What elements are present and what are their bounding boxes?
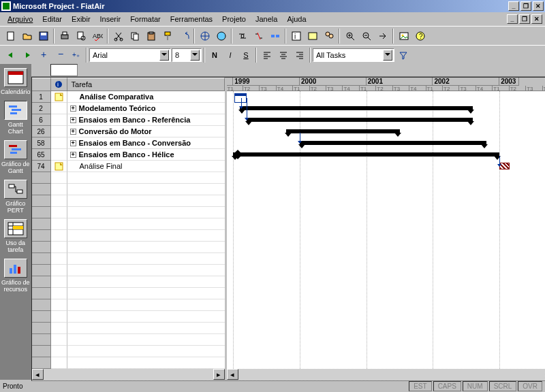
row-id[interactable] bbox=[32, 276, 51, 288]
row-id[interactable] bbox=[32, 218, 51, 230]
row-task-name[interactable] bbox=[67, 357, 225, 369]
row-task-name[interactable] bbox=[67, 346, 225, 357]
row-id[interactable] bbox=[32, 288, 51, 299]
row-id[interactable] bbox=[32, 346, 51, 357]
row-id[interactable] bbox=[32, 357, 51, 369]
gantt-summary-bar[interactable] bbox=[286, 129, 399, 133]
close-button[interactable]: ✕ bbox=[533, 1, 544, 11]
menu-ferramentas[interactable]: Ferramentas bbox=[166, 14, 217, 24]
doc-close-button[interactable]: ✕ bbox=[531, 14, 542, 24]
row-task-name[interactable] bbox=[67, 265, 225, 276]
row-task-name[interactable]: +Ensaios em Banco - Referência bbox=[67, 114, 225, 126]
spellcheck-button[interactable]: ABC bbox=[89, 29, 105, 44]
save-button[interactable] bbox=[35, 29, 51, 44]
view-task-usage-icon[interactable] bbox=[4, 219, 27, 238]
link-tasks-button[interactable] bbox=[234, 29, 250, 44]
scroll-right-button[interactable]: ▸ bbox=[213, 369, 225, 380]
maximize-button[interactable]: ❐ bbox=[520, 1, 531, 11]
scroll-left-button[interactable]: ◂ bbox=[32, 369, 44, 380]
row-id[interactable]: 26 bbox=[32, 126, 51, 137]
row-id[interactable] bbox=[32, 265, 51, 276]
gantt-summary-bar[interactable] bbox=[300, 141, 486, 145]
align-right-button[interactable] bbox=[292, 48, 307, 63]
view-gantt-icon[interactable] bbox=[4, 140, 27, 159]
expand-icon[interactable]: + bbox=[70, 129, 76, 135]
row-id[interactable] bbox=[32, 299, 51, 311]
autofilter-button[interactable] bbox=[395, 48, 411, 63]
row-task-name[interactable]: Análise Comparativa bbox=[67, 91, 225, 103]
print-preview-button[interactable] bbox=[73, 29, 89, 44]
assign-resources-button[interactable] bbox=[321, 29, 337, 44]
menu-projeto[interactable]: Projeto bbox=[217, 14, 251, 24]
copy-button[interactable] bbox=[127, 29, 142, 44]
view-resource-graph-icon[interactable] bbox=[4, 259, 27, 278]
font-name-combo[interactable]: Arial bbox=[89, 48, 171, 62]
insert-hyperlink-button[interactable] bbox=[197, 29, 213, 44]
menu-exibir[interactable]: Exibir bbox=[67, 14, 95, 24]
font-size-combo[interactable]: 8 bbox=[172, 48, 202, 62]
zoom-in-button[interactable] bbox=[342, 29, 358, 44]
row-id[interactable]: 1 bbox=[32, 91, 51, 103]
row-id[interactable] bbox=[32, 195, 51, 207]
row-id[interactable]: 58 bbox=[32, 137, 51, 149]
filter-combo[interactable]: All Tasks bbox=[313, 48, 394, 62]
expand-icon[interactable]: + bbox=[70, 105, 76, 112]
col-indicator-header[interactable]: i bbox=[51, 78, 67, 91]
doc-restore-button[interactable]: ❐ bbox=[519, 14, 530, 24]
row-id[interactable] bbox=[32, 311, 51, 323]
row-task-name[interactable] bbox=[67, 299, 225, 311]
row-id[interactable] bbox=[32, 184, 51, 195]
row-id[interactable] bbox=[32, 323, 51, 334]
row-task-name[interactable] bbox=[67, 323, 225, 334]
row-task-name[interactable] bbox=[67, 195, 225, 207]
cut-button[interactable] bbox=[110, 29, 126, 44]
show-all-button[interactable]: +₊ bbox=[68, 48, 84, 63]
row-id[interactable]: 6 bbox=[32, 114, 51, 126]
table-hscroll[interactable]: ◂ ▸ bbox=[32, 369, 225, 380]
row-task-name[interactable] bbox=[67, 288, 225, 299]
align-center-button[interactable] bbox=[275, 48, 291, 63]
col-task-header[interactable]: Tarefa bbox=[67, 78, 225, 91]
view-gantt-chart-icon[interactable] bbox=[4, 101, 27, 120]
row-id[interactable]: 65 bbox=[32, 149, 51, 161]
doc-minimize-button[interactable]: _ bbox=[507, 14, 518, 24]
view-pert-icon[interactable] bbox=[4, 180, 27, 199]
expand-icon[interactable]: + bbox=[70, 140, 76, 146]
view-calendar-icon[interactable] bbox=[4, 68, 27, 87]
undo-button[interactable] bbox=[176, 29, 191, 44]
row-task-name[interactable] bbox=[67, 207, 225, 218]
row-task-name[interactable]: +Ensaios em Banco - Hélice bbox=[67, 149, 225, 161]
web-toolbar-button[interactable] bbox=[213, 29, 229, 44]
open-button[interactable] bbox=[19, 29, 35, 44]
row-id[interactable] bbox=[32, 242, 51, 253]
row-task-name[interactable] bbox=[67, 242, 225, 253]
gantt-hscroll[interactable]: ◂ ▸ bbox=[227, 369, 545, 380]
menu-editar[interactable]: Editar bbox=[37, 14, 67, 24]
show-subtasks-button[interactable]: + bbox=[35, 48, 51, 63]
expand-icon[interactable]: + bbox=[70, 152, 76, 158]
new-button[interactable] bbox=[3, 29, 18, 44]
menu-formatar[interactable]: Formatar bbox=[125, 14, 166, 24]
row-task-name[interactable] bbox=[67, 253, 225, 265]
row-task-name[interactable] bbox=[67, 276, 225, 288]
menu-janela[interactable]: Janela bbox=[251, 14, 282, 24]
row-id[interactable]: 2 bbox=[32, 103, 51, 114]
entry-field[interactable] bbox=[50, 64, 78, 76]
gantt-summary-bar[interactable] bbox=[233, 152, 499, 157]
italic-button[interactable]: I bbox=[223, 48, 238, 62]
row-task-name[interactable] bbox=[67, 218, 225, 230]
split-task-button[interactable] bbox=[267, 29, 283, 44]
row-task-name[interactable] bbox=[67, 311, 225, 323]
format-painter-button[interactable] bbox=[159, 29, 175, 44]
indent-button[interactable] bbox=[19, 48, 35, 63]
row-task-name[interactable] bbox=[67, 334, 225, 346]
menu-arquivo[interactable]: Arquivo bbox=[3, 14, 37, 24]
task-info-button[interactable]: i bbox=[288, 29, 304, 44]
gantt-scroll-left-button[interactable]: ◂ bbox=[227, 369, 238, 380]
gantt-summary-bar[interactable] bbox=[247, 118, 473, 122]
row-id[interactable] bbox=[32, 230, 51, 242]
row-task-name[interactable]: Análise Final bbox=[67, 161, 225, 172]
gantt-chart[interactable] bbox=[227, 91, 545, 369]
menu-inserir[interactable]: Inserir bbox=[95, 14, 126, 24]
minimize-button[interactable]: _ bbox=[508, 1, 519, 11]
